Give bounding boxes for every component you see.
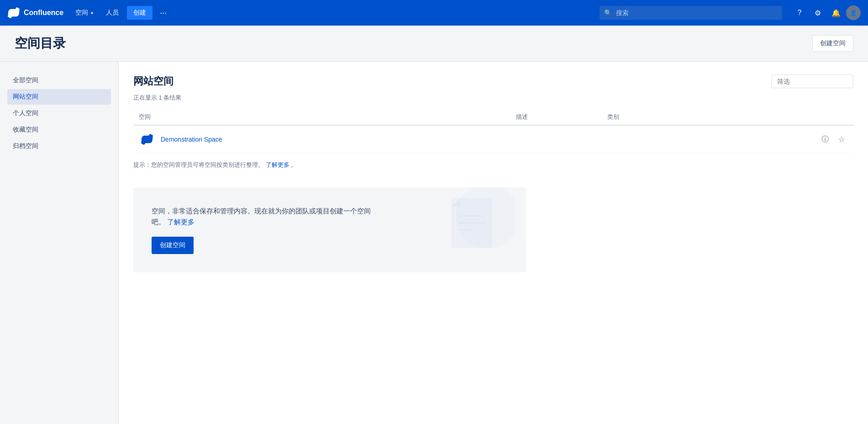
settings-button[interactable]: ⚙ — [810, 5, 826, 21]
search-input[interactable] — [600, 6, 782, 20]
space-name-cell: Demonstration Space — [139, 131, 505, 148]
avatar-placeholder: 👤 — [850, 10, 857, 16]
top-navigation: Confluence 空间 ▾ 人员 创建 ··· 🔍 ? ⚙ 🔔 👤 — [0, 0, 868, 26]
space-icon — [139, 131, 155, 148]
spaces-menu-btn[interactable]: 空间 ▾ — [71, 6, 98, 20]
promo-box: 空间，非常适合保存和管理内容。现在就为你的团队或项目创建一个空间吧。 了解更多 … — [133, 187, 526, 272]
help-button[interactable]: ? — [791, 5, 808, 21]
space-link[interactable]: Demonstration Space — [161, 136, 222, 143]
content-header: 网站空间 — [133, 74, 853, 88]
col-space: 空间 — [133, 109, 510, 125]
chevron-down-icon: ▾ — [91, 11, 93, 16]
promo-create-space-button[interactable]: 创建空间 — [152, 237, 194, 254]
table-row: Demonstration Space ⓘ ☆ — [133, 125, 853, 154]
sidebar-item-all[interactable]: 全部空间 — [7, 73, 111, 88]
col-description: 描述 — [510, 109, 602, 125]
user-avatar[interactable]: 👤 — [846, 5, 861, 20]
topnav-icon-group: ? ⚙ 🔔 👤 — [791, 5, 861, 21]
col-category: 类别 — [602, 109, 693, 125]
results-count: 正在显示 1 条结果 — [133, 94, 853, 102]
content-title: 网站空间 — [133, 74, 174, 88]
people-menu-btn[interactable]: 人员 — [101, 6, 123, 20]
filter-input[interactable] — [771, 74, 853, 88]
notifications-button[interactable]: 🔔 — [828, 5, 844, 21]
info-icon: ⓘ — [821, 135, 829, 144]
ellipsis-icon: ··· — [160, 8, 167, 17]
promo-text-area: 空间，非常适合保存和管理内容。现在就为你的团队或项目创建一个空间吧。 了解更多 … — [152, 206, 380, 254]
space-category — [602, 125, 693, 154]
sidebar-item-archived[interactable]: 归档空间 — [7, 138, 111, 154]
page-title: 空间目录 — [15, 35, 66, 52]
create-space-header-button[interactable]: 创建空间 — [812, 35, 853, 52]
promo-description: 空间，非常适合保存和管理内容。现在就为你的团队或项目创建一个空间吧。 了解更多 — [152, 206, 380, 228]
star-icon: ☆ — [838, 135, 845, 144]
confluence-logo-icon — [7, 6, 20, 19]
gear-icon: ⚙ — [815, 9, 821, 17]
star-button[interactable]: ☆ — [835, 133, 848, 146]
bell-icon: 🔔 — [831, 9, 841, 17]
search-bar: 🔍 — [600, 6, 782, 20]
tip-text: 提示：您的空间管理员可将空间按类别进行整理。 了解更多 。 — [133, 161, 853, 169]
confluence-logo[interactable]: Confluence — [7, 6, 63, 19]
main-content: 全部空间 网站空间 个人空间 收藏空间 归档空间 网站空间 正在显示 1 条结果… — [0, 62, 868, 424]
help-icon: ? — [798, 9, 802, 17]
row-actions: ⓘ ☆ — [698, 133, 848, 146]
confluence-wordmark: Confluence — [24, 9, 63, 17]
sidebar-item-personal[interactable]: 个人空间 — [7, 106, 111, 121]
sidebar: 全部空间 网站空间 个人空间 收藏空间 归档空间 — [0, 62, 119, 424]
space-description — [510, 125, 602, 154]
tip-learn-more-link[interactable]: 了解更多 — [266, 161, 289, 168]
more-actions-button[interactable]: ··· — [156, 5, 170, 21]
spaces-table: 空间 描述 类别 — [133, 109, 853, 154]
page-header: 空间目录 创建空间 — [0, 26, 868, 62]
promo-illustration — [424, 187, 515, 272]
create-button[interactable]: 创建 — [127, 6, 153, 20]
sidebar-item-favorites[interactable]: 收藏空间 — [7, 122, 111, 138]
search-icon: 🔍 — [604, 9, 612, 16]
sidebar-item-site[interactable]: 网站空间 — [7, 89, 111, 105]
content-area: 网站空间 正在显示 1 条结果 空间 描述 类别 — [119, 62, 868, 424]
promo-learn-more-link[interactable]: 了解更多 — [167, 218, 195, 226]
space-logo-icon — [141, 133, 153, 146]
info-button[interactable]: ⓘ — [819, 133, 831, 146]
